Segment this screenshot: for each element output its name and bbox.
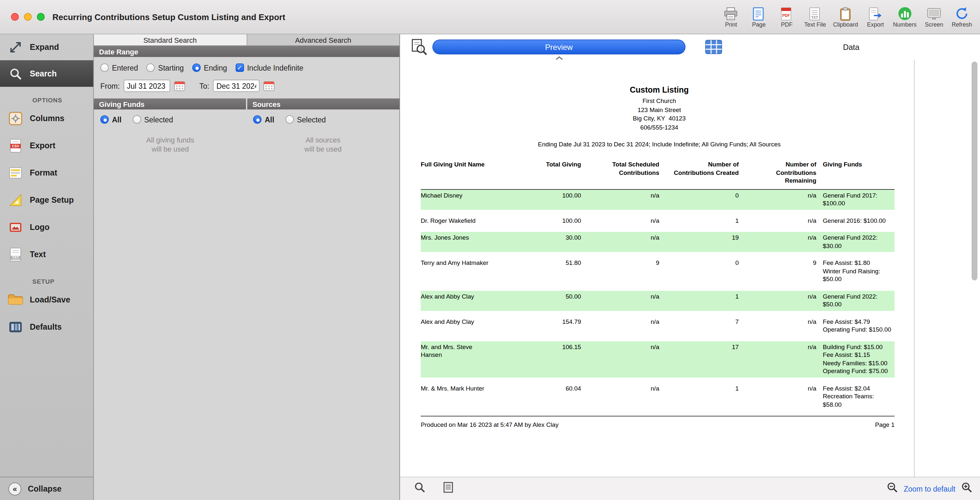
window-title: Recurring Contributions Setup Custom Lis… — [52, 12, 285, 22]
sidebar-item-columns[interactable]: Columns — [0, 105, 93, 132]
report-preview-area[interactable]: Custom Listing First Church 123 Main Str… — [400, 60, 980, 477]
numbers-icon — [897, 6, 912, 21]
numbers-button[interactable]: Numbers — [893, 6, 916, 28]
starting-radio-icon — [146, 64, 155, 72]
text-file-icon: TXT — [809, 6, 821, 21]
sidebar-item-text[interactable]: TXT Text — [0, 241, 93, 268]
calendar-icon — [174, 80, 185, 91]
data-grid-icon[interactable] — [705, 40, 722, 54]
report-pages-list-icon[interactable] — [443, 482, 454, 495]
page-button[interactable]: Page — [749, 6, 769, 28]
refresh-icon — [955, 6, 969, 21]
zoom-out-icon[interactable] — [887, 482, 898, 495]
cell-total-scheduled: n/a — [581, 318, 659, 326]
close-window-button[interactable] — [11, 13, 19, 21]
entered-radio[interactable]: Entered — [100, 64, 138, 72]
report-table-row: Michael Disney 100.00 n/a 0 n/a General … — [421, 189, 894, 210]
search-label: Search — [30, 69, 57, 78]
giving-funds-all-radio-icon — [100, 115, 109, 124]
main-area: Preview Data Custom Listing First Church… — [400, 34, 980, 500]
preview-document-magnifier-icon — [410, 38, 427, 56]
sidebar-item-defaults[interactable]: Defaults — [0, 314, 93, 341]
cell-contributions-remaining: 9 — [739, 259, 816, 267]
cell-total-giving: 60.04 — [495, 384, 581, 392]
preview-tab-button[interactable]: Preview — [433, 40, 686, 54]
giving-funds-all-radio[interactable]: All — [100, 115, 121, 124]
preview-tab-label: Preview — [545, 42, 573, 51]
defaults-icon — [7, 318, 24, 336]
giving-funds-selected-label: Selected — [144, 116, 173, 123]
sidebar-item-expand[interactable]: Expand — [0, 34, 93, 60]
collapse-label: Collapse — [28, 484, 62, 493]
from-date-input[interactable] — [124, 80, 170, 92]
clipboard-icon — [840, 6, 851, 21]
columns-label: Columns — [30, 114, 64, 123]
to-date-input[interactable] — [213, 80, 260, 92]
sidebar-item-logo[interactable]: Logo — [0, 214, 93, 241]
giving-funds-header: Giving Funds — [94, 99, 246, 110]
vertical-scrollbar-thumb[interactable] — [972, 62, 977, 280]
app-window-scale: Recurring Contributions Setup Custom Lis… — [0, 0, 980, 500]
collapse-chevrons-icon: « — [8, 482, 21, 495]
cell-total-giving: 154.79 — [495, 318, 581, 326]
cell-giving-funds: Fee Assist: $1.80 Winter Fund Raising: $… — [823, 259, 894, 283]
refresh-button[interactable]: Refresh — [951, 6, 972, 28]
export-button[interactable]: Export — [865, 6, 886, 28]
format-icon — [7, 164, 24, 182]
report-table-row: Alex and Abby Clay 50.00 n/a 1 n/a Gener… — [421, 290, 894, 311]
ending-radio-label: Ending — [204, 64, 227, 72]
report-criteria-line: Ending Date Jul 31 2023 to Dec 31 2024; … — [404, 140, 914, 148]
column-header-total-giving: Total Giving — [495, 161, 581, 169]
column-header-giving-funds: Giving Funds — [823, 161, 894, 169]
sidebar-item-page-setup[interactable]: Page Setup — [0, 186, 93, 214]
minimize-window-button[interactable] — [24, 13, 32, 21]
clipboard-label: Clipboard — [833, 21, 858, 28]
sources-all-label: All — [265, 116, 274, 123]
screen-button[interactable]: Screen — [924, 6, 944, 28]
cell-giving-unit-name: Dr. Roger Wakefield — [421, 217, 495, 225]
report-table-row: Mrs. Jones Jones 30.00 n/a 19 n/a Genera… — [421, 232, 894, 252]
text-label: Text — [30, 250, 46, 259]
from-calendar-button[interactable] — [174, 80, 185, 91]
report-bottom-rule — [421, 416, 894, 416]
search-in-preview-icon[interactable] — [414, 482, 425, 495]
data-tab-button[interactable]: Data — [722, 42, 980, 51]
print-button[interactable]: Print — [721, 6, 741, 28]
zoom-to-default-link[interactable]: Zoom to default — [904, 485, 955, 492]
cell-contributions-created: 1 — [659, 217, 739, 225]
to-calendar-button[interactable] — [264, 80, 275, 91]
starting-radio[interactable]: Starting — [146, 64, 184, 72]
tab-standard-search[interactable]: Standard Search — [94, 34, 247, 45]
include-indefinite-checkbox[interactable]: Include Indefinite — [235, 64, 303, 72]
giving-funds-selected-radio-icon — [132, 115, 141, 124]
report-title: Custom Listing — [404, 86, 914, 95]
search-tabs: Standard Search Advanced Search — [94, 34, 399, 46]
tab-advanced-search[interactable]: Advanced Search — [247, 34, 399, 45]
pdf-button[interactable]: PDF PDF — [776, 6, 797, 28]
sources-selected-radio[interactable]: Selected — [285, 115, 326, 124]
export-label: Export — [30, 141, 55, 150]
giving-funds-all-label: All — [112, 116, 121, 123]
sidebar-item-format[interactable]: Format — [0, 159, 93, 186]
sources-all-radio[interactable]: All — [253, 115, 274, 124]
format-label: Format — [30, 169, 57, 177]
zoom-in-icon[interactable] — [961, 482, 972, 495]
cell-giving-funds: Fee Assist: $4.79 Operating Fund: $150.0… — [823, 318, 894, 334]
date-range-header: Date Range — [94, 46, 399, 57]
sidebar-item-export[interactable]: CSV Export — [0, 132, 93, 159]
page-label: Page — [752, 21, 766, 28]
cell-total-giving: 100.00 — [495, 217, 581, 225]
report-table-row: Dr. Roger Wakefield 100.00 n/a 1 n/a Gen… — [421, 215, 894, 227]
cell-giving-unit-name: Michael Disney — [421, 191, 495, 199]
giving-funds-note: All giving funds will be used — [94, 135, 247, 153]
text-file-button[interactable]: TXT Text File — [804, 6, 826, 28]
ending-radio[interactable]: Ending — [192, 64, 227, 72]
giving-funds-selected-radio[interactable]: Selected — [132, 115, 173, 124]
cell-contributions-created: 0 — [659, 191, 739, 199]
sidebar-item-load-save[interactable]: Load/Save — [0, 286, 93, 314]
sidebar-item-collapse[interactable]: « Collapse — [0, 477, 93, 500]
clipboard-button[interactable]: Clipboard — [833, 6, 858, 28]
zoom-window-button[interactable] — [37, 13, 45, 21]
sidebar-item-search[interactable]: Search — [0, 60, 93, 87]
app-window: Recurring Contributions Setup Custom Lis… — [0, 0, 980, 500]
